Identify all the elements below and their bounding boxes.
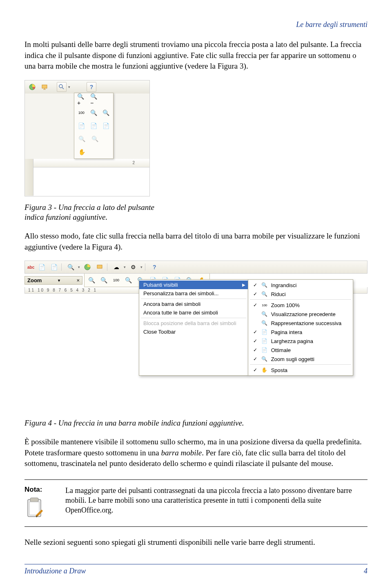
page-icon: 📄 bbox=[261, 329, 268, 335]
menu-item-sposta[interactable]: ✓✋Sposta bbox=[248, 366, 353, 374]
ruler-numbers: 11 10 9 8 7 6 5 4 3 2 1 bbox=[28, 288, 97, 292]
zoom-100-icon[interactable]: 100 bbox=[77, 108, 86, 118]
horizontal-ruler: 2 bbox=[33, 159, 149, 167]
zoom-in-icon[interactable]: 🔍 bbox=[87, 275, 97, 285]
page-optimal-icon: 📄 bbox=[261, 347, 268, 353]
zoom-icon-disabled: 🔍 bbox=[90, 134, 100, 144]
page-footer: Introduzione a Draw 4 bbox=[24, 564, 368, 575]
zoom-prev-icon: 🔍 bbox=[261, 311, 268, 317]
menu-item-pagina-intera[interactable]: ✓📄Pagina intera bbox=[248, 328, 353, 337]
zoom-out-icon[interactable]: 🔍 bbox=[99, 275, 109, 285]
svg-rect-7 bbox=[97, 265, 102, 268]
note-text: La maggior parte dei pulsanti contrasseg… bbox=[65, 486, 368, 515]
close-icon[interactable]: × bbox=[76, 277, 80, 283]
zoom-page-icon[interactable]: 📄 bbox=[77, 121, 86, 131]
ruler-mark: 2 bbox=[132, 160, 137, 165]
svg-line-5 bbox=[62, 87, 64, 89]
note-label: Nota: bbox=[24, 486, 57, 494]
menu-item-ingrandisci[interactable]: ✓🔍Ingrandisci bbox=[248, 281, 353, 290]
zoom-title-label: Zoom bbox=[27, 277, 42, 283]
figure-4: abc 📄 📄 🔍 ▾ ☁ ▾ ⚙ ▾ ? bbox=[24, 261, 368, 412]
zoom-out-icon[interactable]: 🔍− bbox=[90, 95, 100, 105]
zoom-next-icon[interactable]: 🔍 bbox=[102, 108, 111, 118]
chevron-right-icon: ▶ bbox=[242, 283, 245, 287]
settings-icon[interactable]: ⚙ bbox=[128, 262, 138, 272]
note-box: Nota: La maggior parte dei pulsanti cont… bbox=[24, 479, 368, 527]
menu-item-close-toolbar[interactable]: Close Toolbar bbox=[139, 328, 248, 336]
svg-rect-10 bbox=[29, 502, 39, 515]
zoom-next-icon: 🔍 bbox=[261, 320, 268, 326]
menu-item-vis-prec[interactable]: 🔍Visualizzazione precedente bbox=[248, 310, 353, 319]
clipboard-icon bbox=[24, 496, 44, 521]
menu-item-personalizza[interactable]: Personalizza barra dei simboli... bbox=[139, 289, 248, 298]
zoom-100-icon: 100 bbox=[261, 302, 268, 308]
menu-item-larghezza[interactable]: ✓📄Larghezza pagina bbox=[248, 337, 353, 345]
menu-item-riduci[interactable]: ✓🔍Riduci bbox=[248, 290, 353, 299]
zoom-toolbar-titlebar[interactable]: Zoom ▾ × bbox=[24, 276, 82, 285]
svg-point-4 bbox=[59, 85, 62, 88]
pan-icon: ✋ bbox=[261, 367, 268, 373]
zoom-optimal-icon[interactable]: 📄 bbox=[102, 121, 111, 131]
paragraph-4: Nelle sezioni seguenti sono spiegati gli… bbox=[24, 537, 368, 548]
abc-label: abc bbox=[27, 265, 34, 270]
menu-item-pulsanti-visibili[interactable]: Pulsanti visibili ▶ bbox=[139, 281, 248, 289]
svg-rect-1 bbox=[42, 85, 47, 88]
zoom-width-icon[interactable]: 📄 bbox=[89, 121, 98, 131]
pan-icon[interactable]: ✋ bbox=[77, 147, 87, 157]
cloud-icon[interactable]: ☁ bbox=[111, 262, 121, 272]
zoom-object-icon[interactable]: 🔍 bbox=[77, 134, 87, 144]
page-width-icon: 📄 bbox=[261, 338, 268, 344]
menu-item-ancora-tutte[interactable]: Ancora tutte le barre dei simboli bbox=[139, 308, 248, 317]
help-icon[interactable]: ? bbox=[87, 82, 96, 92]
menu-item-blocca: Blocca posizione della barra dei simboli bbox=[139, 319, 248, 328]
figure-3: ▾ ? 🔍+ 🔍− 100 🔍 🔍 📄 bbox=[24, 80, 368, 196]
page-icon-2[interactable]: 📄 bbox=[49, 262, 59, 272]
menu-item-ottimale[interactable]: ✓📄Ottimale bbox=[248, 345, 353, 354]
page-header: Le barre degli strumenti bbox=[24, 20, 368, 29]
zoom-dropdown-panel: 🔍+ 🔍− 100 🔍 🔍 📄 📄 📄 🔍 bbox=[74, 93, 114, 159]
pie-chart-icon[interactable] bbox=[27, 82, 37, 92]
zoom-dropdown-button[interactable] bbox=[57, 82, 67, 92]
paragraph-3: È possibile mantenere visibile il sottom… bbox=[24, 437, 368, 469]
zoom-100-icon[interactable]: 100 bbox=[111, 275, 121, 285]
zoom-in-icon: 🔍 bbox=[261, 282, 268, 288]
main-toolbar: abc 📄 📄 🔍 ▾ ☁ ▾ ⚙ ▾ ? bbox=[24, 261, 368, 274]
footer-page-number: 4 bbox=[364, 567, 368, 575]
page-icon[interactable]: 📄 bbox=[37, 262, 47, 272]
menu-item-rappr-succ[interactable]: 🔍Rappresentazione successiva bbox=[248, 319, 353, 328]
zoom-icon[interactable]: 🔍 bbox=[66, 262, 76, 272]
figure-3-caption: Figura 3 - Una freccia a lato del pulsan… bbox=[24, 203, 172, 223]
toolbar: ▾ ? bbox=[25, 80, 149, 94]
context-menu-1: Pulsanti visibili ▶ Personalizza barra d… bbox=[139, 279, 248, 376]
menu-item-zoom-oggetti[interactable]: ✓🔍Zoom sugli oggetti bbox=[248, 354, 353, 363]
menu-item-ancora[interactable]: Ancora barra dei simboli bbox=[139, 300, 248, 308]
context-menu-2: ✓🔍Ingrandisci ✓🔍Riduci ✓100Zoom 100% 🔍Vi… bbox=[248, 279, 354, 376]
zoom-prev-icon[interactable]: 🔍 bbox=[124, 275, 134, 285]
paragraph-1: In molti pulsanti delle barre degli stru… bbox=[24, 39, 368, 72]
zoom-object-icon: 🔍 bbox=[261, 356, 268, 362]
presentation-icon[interactable] bbox=[40, 82, 49, 92]
help-icon[interactable]: ? bbox=[149, 262, 159, 272]
zoom-prev-icon[interactable]: 🔍 bbox=[89, 108, 98, 118]
zoom-out-icon: 🔍 bbox=[261, 291, 268, 297]
zoom-in-icon[interactable]: 🔍+ bbox=[77, 95, 87, 105]
footer-left: Introduzione a Draw bbox=[24, 567, 86, 575]
presentation-icon[interactable] bbox=[95, 262, 105, 272]
menu-item-zoom100[interactable]: ✓100Zoom 100% bbox=[248, 301, 353, 310]
figure-4-caption: Figura 4 - Una freccia in una barra mobi… bbox=[24, 418, 368, 428]
pie-chart-icon[interactable] bbox=[82, 262, 92, 272]
svg-rect-9 bbox=[30, 498, 38, 502]
paragraph-2: Allo stesso modo, fate clic sulla frecci… bbox=[24, 231, 368, 252]
vertical-ruler bbox=[25, 159, 33, 196]
